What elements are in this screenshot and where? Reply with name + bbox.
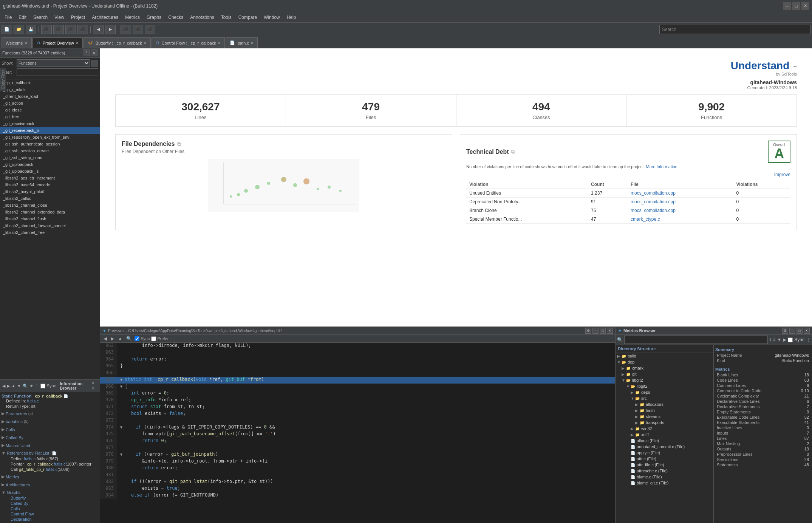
dir-xdiff[interactable]: ▶ 📁 xdiff	[616, 432, 713, 438]
dir-libgit2[interactable]: ▼ 📂 libgit2	[616, 377, 713, 383]
mb-list-icon[interactable]: ≡	[773, 337, 775, 342]
mb-sync-cb[interactable]	[788, 337, 793, 342]
info-panel-nav-fwd[interactable]: ▶	[7, 384, 10, 388]
search-input[interactable]	[659, 25, 810, 34]
file-blame-git[interactable]: 📄 blame_git.c (File)	[616, 480, 713, 486]
tech-debt-copy-icon[interactable]: ⧉	[511, 149, 515, 155]
prev-sync-cb[interactable]: Sync	[135, 336, 150, 341]
improve-link[interactable]: Improve	[774, 172, 790, 177]
tab-cf-close[interactable]: ✕	[218, 41, 221, 45]
mb-max[interactable]: □	[797, 328, 803, 334]
prev-close[interactable]: ✕	[607, 328, 613, 334]
entity-git-ssh-auth[interactable]: _git_ssh_authenticate_session	[0, 141, 100, 147]
tab-pathc-close[interactable]: ✕	[251, 41, 254, 45]
info-calls[interactable]: ▶ Calls	[2, 426, 98, 433]
entity-dirent[interactable]: _dirent_loose_load	[0, 93, 100, 100]
fold-968[interactable]: ▼	[120, 384, 125, 388]
prev-back[interactable]: ◀	[102, 336, 108, 342]
ref-git-futils[interactable]: git_futils_cp_r	[19, 467, 45, 472]
entity-git-action[interactable]: _git_action	[0, 100, 100, 107]
info-graphs[interactable]: ▼ Graphs	[2, 489, 98, 495]
dir-build[interactable]: ▶ 📁 build	[616, 353, 713, 359]
prev-up[interactable]: ▲	[117, 336, 124, 342]
entity-cp-r-mkdir[interactable]: _cp_r_mkdir	[0, 86, 100, 93]
tb-btn-1[interactable]: ⬛	[41, 25, 52, 34]
dir-allocators[interactable]: ▶ 📁 allocators	[616, 401, 713, 407]
more-info-link[interactable]: More Information	[646, 164, 677, 169]
menu-graphs[interactable]: Graphs	[144, 14, 164, 21]
tab-controlflow[interactable]: ⊡ Control Flow : _cp_r_callback ✕	[152, 37, 225, 48]
info-panel-sync-cb[interactable]	[40, 384, 45, 388]
ref-futils-3[interactable]: futils.c	[46, 467, 57, 472]
menu-project[interactable]: Project	[68, 14, 88, 21]
file-deps-copy-icon[interactable]: ⧉	[177, 141, 181, 147]
prev-fwd[interactable]: ▶	[110, 336, 115, 342]
entity-libssh2-ch-close[interactable]: _libssh2_channel_close	[0, 202, 100, 209]
entity-git-ssh-session[interactable]: _git_ssh_session_create	[0, 147, 100, 154]
fold-967[interactable]: ▼	[120, 378, 125, 382]
dir-streams[interactable]: ▶ 📁 streams	[616, 413, 713, 419]
info-panel-nav-back[interactable]: ◀	[2, 384, 5, 388]
entity-git-close[interactable]: _git_close	[0, 107, 100, 113]
fold-974[interactable]: ▼	[120, 425, 125, 429]
entity-libssh2-aes[interactable]: _libssh2_aes_ctr_increment	[0, 175, 100, 181]
tab-butterfly[interactable]: 🦋 Butterfly : _cp_r_callback ✕	[84, 37, 151, 48]
left-panel-close[interactable]: ✕	[91, 50, 97, 56]
prev-sync-input[interactable]	[135, 336, 139, 341]
prev-search[interactable]: 🔍	[125, 336, 133, 342]
mb-nav-down[interactable]: ▼	[777, 337, 781, 342]
prev-max[interactable]: □	[600, 328, 606, 334]
show-select[interactable]: Functions	[17, 59, 90, 67]
info-panel-close[interactable]: ✕ ✕	[91, 381, 97, 391]
tab-welcome[interactable]: Welcome ✕	[2, 37, 32, 48]
file-alloc[interactable]: 📄 alloc.c (File)	[616, 438, 713, 444]
left-panel-options[interactable]: ⋮	[83, 50, 90, 56]
info-panel-options[interactable]: ⋮	[35, 384, 39, 388]
mb-info-icon[interactable]: ℹ	[769, 337, 771, 342]
tb-btn-5[interactable]: ⬛	[121, 25, 131, 34]
graph-butterfly[interactable]: Butterfly	[2, 495, 98, 501]
entity-libssh2-ch-flush[interactable]: _libssh2_channel_flush	[0, 215, 100, 222]
dir-win32[interactable]: ▶ 📁 win32	[616, 426, 713, 432]
entity-git-receivepack-ls[interactable]: _git_receivepack_ls	[0, 127, 100, 134]
tb-btn-4[interactable]: ⬛	[77, 25, 88, 34]
prev-prefer-input[interactable]	[151, 336, 156, 341]
entity-git-uploadpack[interactable]: _git_uploadpack	[0, 161, 100, 168]
graph-cf[interactable]: Control Flow	[2, 511, 98, 517]
dir-transports[interactable]: ▶ 📁 transports	[616, 419, 713, 426]
tab-butterfly-close[interactable]: ✕	[144, 41, 147, 45]
menu-tools[interactable]: Tools	[218, 14, 235, 21]
new-button[interactable]: 📄	[2, 25, 12, 34]
dir-hash[interactable]: ▶ 📁 hash	[616, 407, 713, 413]
mb-search-input[interactable]: _cp_r_callback	[624, 336, 768, 344]
viol-2-file[interactable]: mocs_compilation.cpp	[628, 206, 733, 215]
entity-git-uploadpack-ls[interactable]: _git_uploadpack_ls	[0, 168, 100, 175]
close-button[interactable]: ✕	[801, 2, 809, 10]
info-metrics[interactable]: ▶ Metrics	[2, 473, 98, 480]
menu-architectures[interactable]: Architectures	[89, 14, 121, 21]
entity-libssh2-ch-free[interactable]: _libssh2_channel_free	[0, 229, 100, 236]
back-button[interactable]: ◀	[93, 25, 104, 34]
entity-git-repo[interactable]: _git_repository_open_ext_from_env	[0, 134, 100, 141]
menu-checks[interactable]: Checks	[165, 14, 186, 21]
info-refs[interactable]: ▼ References by Flat List (📄)	[2, 450, 98, 456]
info-parameters[interactable]: ▶ Parameters (5)	[2, 410, 98, 417]
menu-annotations[interactable]: Annotations	[187, 14, 217, 21]
graph-calls[interactable]: Calls	[2, 506, 98, 511]
info-panel-nav-dn[interactable]: ▼	[17, 384, 21, 388]
open-button[interactable]: 📁	[14, 25, 24, 34]
dir-deps-inner[interactable]: ▶ 📁 deps	[616, 389, 713, 395]
tab-pathc[interactable]: 📄 path.c ✕	[226, 37, 258, 48]
entity-git-receivepack[interactable]: _git_receivepack	[0, 120, 100, 127]
entity-libssh2-ch-fwd[interactable]: _libssh2_channel_forward_cancel	[0, 222, 100, 229]
tab-po-close[interactable]: ✕	[76, 41, 79, 45]
entity-cp-r-callback[interactable]: _cp_r_callback	[0, 79, 100, 86]
menu-edit[interactable]: Edit	[15, 14, 29, 21]
viol-1-file[interactable]: mocs_compilation.cpp	[628, 198, 733, 206]
entity-git-free[interactable]: _git_free	[0, 113, 100, 120]
menu-view[interactable]: View	[51, 14, 67, 21]
prev-prefer-cb[interactable]: Prefer	[151, 336, 169, 341]
info-panel-nav-up[interactable]: ▲	[11, 384, 15, 388]
mb-nav-right[interactable]: ▶	[783, 337, 786, 342]
entity-git-ssh-setup[interactable]: _git_ssh_setup_conn	[0, 154, 100, 161]
